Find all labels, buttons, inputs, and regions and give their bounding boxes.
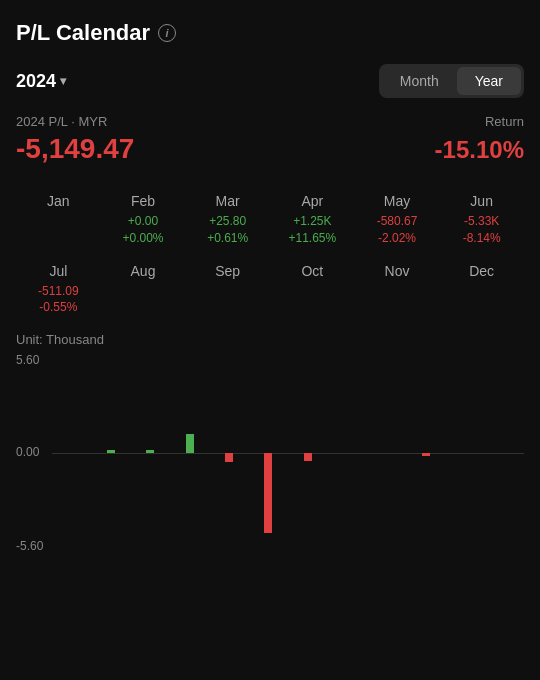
chart-bar-jun [264,453,272,533]
chart-bar-feb [107,450,115,453]
chart-bar-jul [304,453,312,461]
month-val2: +11.65% [272,230,353,247]
year-toggle-button[interactable]: Year [457,67,521,95]
header-row: P/L Calendar i [16,20,524,46]
month-cell-sep[interactable]: Sep [185,255,270,325]
month-cell-oct[interactable]: Oct [270,255,355,325]
chart-bar-apr [186,434,194,453]
info-icon[interactable]: i [158,24,176,42]
chart-bottom-label: -5.60 [16,539,43,553]
month-val1: +1.25K [272,213,353,230]
month-cell-apr[interactable]: Apr+1.25K+11.65% [270,185,355,255]
pl-label-row: 2024 P/L · MYR Return [16,114,524,129]
chart-bar-oct [422,453,430,456]
month-cell-mar[interactable]: Mar+25.80+0.61% [185,185,270,255]
month-val1: -5.33K [441,213,522,230]
year-selector[interactable]: 2024 ▾ [16,71,66,92]
months-grid: JanFeb+0.00+0.00%Mar+25.80+0.61%Apr+1.25… [16,185,524,324]
month-name: Jan [18,193,99,209]
month-val1: -511.09 [18,283,99,300]
month-cell-jul[interactable]: Jul-511.09-0.55% [16,255,101,325]
chart-top-label: 5.60 [16,353,39,367]
pl-label: 2024 P/L · MYR [16,114,107,129]
month-cell-jan[interactable]: Jan [16,185,101,255]
month-name: May [357,193,438,209]
month-name: Jul [18,263,99,279]
pl-values-row: -5,149.47 -15.10% [16,133,524,165]
chart-bar-mar [146,450,154,453]
year-selector-row: 2024 ▾ Month Year [16,64,524,98]
return-label: Return [485,114,524,129]
month-name: Dec [441,263,522,279]
year-caret: ▾ [60,74,66,88]
month-val2: +0.61% [187,230,268,247]
pl-value: -5,149.47 [16,133,134,165]
month-name: Nov [357,263,438,279]
chart-zero-label: 0.00 [16,445,39,459]
month-name: Sep [187,263,268,279]
month-cell-may[interactable]: May-580.67-2.02% [355,185,440,255]
pl-section: 2024 P/L · MYR Return -5,149.47 -15.10% [16,114,524,165]
month-name: Oct [272,263,353,279]
unit-label: Unit: Thousand [16,332,524,347]
month-val1: +25.80 [187,213,268,230]
view-toggle-group: Month Year [379,64,524,98]
month-cell-aug[interactable]: Aug [101,255,186,325]
month-val2: -0.55% [18,299,99,316]
month-val2: +0.00% [103,230,184,247]
month-val1: -580.67 [357,213,438,230]
pl-return-value: -15.10% [435,136,524,164]
month-val2: -2.02% [357,230,438,247]
month-name: Apr [272,193,353,209]
chart-container: 5.60 -5.60 0.00 [16,353,524,553]
month-cell-jun[interactable]: Jun-5.33K-8.14% [439,185,524,255]
month-name: Mar [187,193,268,209]
month-cell-dec[interactable]: Dec [439,255,524,325]
month-name: Jun [441,193,522,209]
month-val1: +0.00 [103,213,184,230]
zero-line [52,453,524,454]
month-toggle-button[interactable]: Month [382,67,457,95]
month-cell-nov[interactable]: Nov [355,255,440,325]
month-name: Aug [103,263,184,279]
month-cell-feb[interactable]: Feb+0.00+0.00% [101,185,186,255]
page-title: P/L Calendar [16,20,150,46]
month-val2: -8.14% [441,230,522,247]
month-name: Feb [103,193,184,209]
chart-bar-may [225,453,233,462]
chart-area: 0.00 [52,369,524,537]
year-value: 2024 [16,71,56,92]
